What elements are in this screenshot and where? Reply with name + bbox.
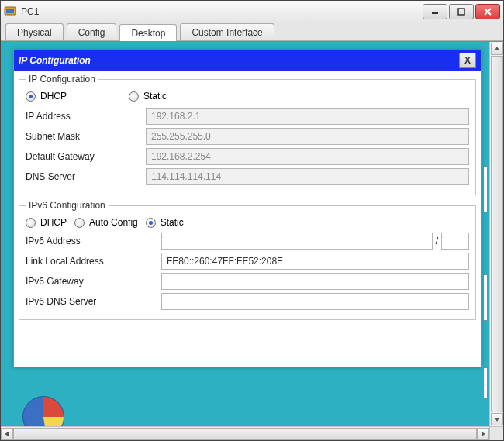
ipv6-static-radio[interactable]: Static: [146, 217, 184, 228]
titlebar: PC1: [1, 1, 503, 22]
tab-label: Config: [78, 27, 105, 38]
ipv6-legend: IPv6 Configuration: [26, 200, 109, 211]
scroll-left-button[interactable]: [1, 428, 13, 440]
minimize-button[interactable]: [423, 4, 447, 19]
ipv6-gateway-input[interactable]: [161, 273, 469, 290]
radio-label: DHCP: [40, 91, 67, 102]
scroll-corner: [489, 426, 503, 440]
background-panel: [483, 274, 488, 321]
radio-label: DHCP: [40, 217, 67, 228]
svg-marker-7: [495, 47, 499, 50]
subnet-mask-input[interactable]: [146, 128, 469, 145]
prefix-separator: /: [433, 236, 441, 246]
desktop-area: IP Configuration X IP Configuration DHCP…: [1, 41, 503, 440]
window-title: PC1: [21, 6, 423, 17]
ipv6-dhcp-radio[interactable]: DHCP: [26, 217, 67, 228]
background-panel: [483, 166, 488, 212]
scroll-track[interactable]: [491, 56, 503, 412]
svg-rect-1: [6, 9, 14, 13]
ipv6-address-label: IPv6 Address: [26, 236, 161, 246]
vertical-scrollbar[interactable]: [489, 42, 503, 426]
ipv6-fieldset: IPv6 Configuration DHCP Auto Config S: [19, 200, 476, 320]
ip-address-input[interactable]: [146, 108, 469, 125]
tab-custom-interface[interactable]: Custom Interface: [180, 23, 274, 40]
ipv4-ip-row: IP Address: [26, 108, 469, 125]
ipv6-lla-row: Link Local Address: [26, 253, 469, 270]
radio-icon: [146, 218, 156, 228]
ipv6-autoconfig-radio[interactable]: Auto Config: [74, 217, 138, 228]
background-panel: [483, 367, 488, 398]
default-gateway-label: Default Gateway: [26, 151, 146, 162]
ipv4-dns-row: DNS Server: [26, 168, 469, 185]
ip-address-label: IP Address: [26, 111, 146, 122]
dialog-title: IP Configuration: [19, 55, 459, 66]
scroll-right-button[interactable]: [477, 428, 489, 440]
dialog-titlebar: IP Configuration X: [14, 50, 481, 71]
svg-marker-10: [482, 432, 485, 436]
scroll-thumb[interactable]: [491, 56, 503, 412]
ipv4-legend: IP Configuration: [26, 74, 98, 84]
tab-desktop[interactable]: Desktop: [119, 24, 177, 41]
window-controls: [423, 4, 500, 19]
scroll-up-button[interactable]: [491, 43, 503, 55]
app-icon: [4, 5, 16, 18]
radio-icon: [74, 218, 85, 228]
ipv4-dhcp-radio[interactable]: DHCP: [26, 91, 67, 102]
tab-label: Desktop: [131, 28, 165, 39]
ipv6-gw-row: IPv6 Gateway: [26, 273, 469, 290]
svg-marker-9: [5, 432, 9, 436]
radio-icon: [26, 218, 36, 228]
ipv6-prefix-input[interactable]: [441, 233, 469, 250]
horizontal-scrollbar[interactable]: [1, 426, 489, 440]
radio-label: Static: [161, 217, 184, 228]
ipv4-static-radio[interactable]: Static: [129, 91, 167, 102]
close-button[interactable]: [475, 4, 500, 19]
ipv6-address-input[interactable]: [161, 233, 433, 250]
radio-label: Auto Config: [89, 217, 138, 228]
ipv6-dns-server-input[interactable]: [161, 293, 469, 310]
ip-configuration-dialog: IP Configuration X IP Configuration DHCP…: [13, 50, 482, 367]
close-icon: X: [464, 55, 471, 66]
tab-bar: Physical Config Desktop Custom Interface: [1, 22, 503, 41]
radio-icon: [129, 91, 139, 102]
app-window: PC1 Physical Config Desktop Custom Inter…: [0, 0, 504, 441]
dialog-close-button[interactable]: X: [459, 53, 476, 68]
scroll-down-button[interactable]: [491, 413, 503, 425]
tab-label: Custom Interface: [192, 27, 262, 38]
ipv6-mode-row: DHCP Auto Config Static: [26, 217, 469, 228]
tab-config[interactable]: Config: [67, 23, 117, 40]
ipv4-fieldset: IP Configuration DHCP Static IP Address: [19, 74, 476, 195]
ipv4-mask-row: Subnet Mask: [26, 128, 469, 145]
ipv6-dns-server-label: IPv6 DNS Server: [26, 296, 161, 307]
svg-rect-3: [458, 9, 464, 15]
ipv6-dns-row: IPv6 DNS Server: [26, 293, 469, 310]
default-gateway-input[interactable]: [146, 148, 469, 165]
link-local-address-input[interactable]: [161, 253, 469, 270]
radio-label: Static: [143, 91, 167, 102]
tab-physical[interactable]: Physical: [5, 23, 64, 40]
ipv4-gw-row: Default Gateway: [26, 148, 469, 165]
dns-server-input[interactable]: [146, 168, 469, 185]
radio-icon: [26, 91, 36, 102]
maximize-button[interactable]: [449, 4, 474, 19]
ipv6-addr-row: IPv6 Address /: [26, 233, 469, 250]
tab-label: Physical: [17, 27, 52, 38]
link-local-address-label: Link Local Address: [26, 256, 161, 267]
dns-server-label: DNS Server: [26, 171, 146, 182]
svg-marker-8: [495, 418, 499, 422]
ipv4-mode-row: DHCP Static: [26, 91, 469, 102]
dialog-body: IP Configuration DHCP Static IP Address: [14, 71, 481, 328]
ipv6-gateway-label: IPv6 Gateway: [26, 276, 161, 287]
subnet-mask-label: Subnet Mask: [26, 131, 146, 142]
scroll-thumb[interactable]: [13, 428, 477, 440]
scroll-track[interactable]: [13, 428, 477, 440]
